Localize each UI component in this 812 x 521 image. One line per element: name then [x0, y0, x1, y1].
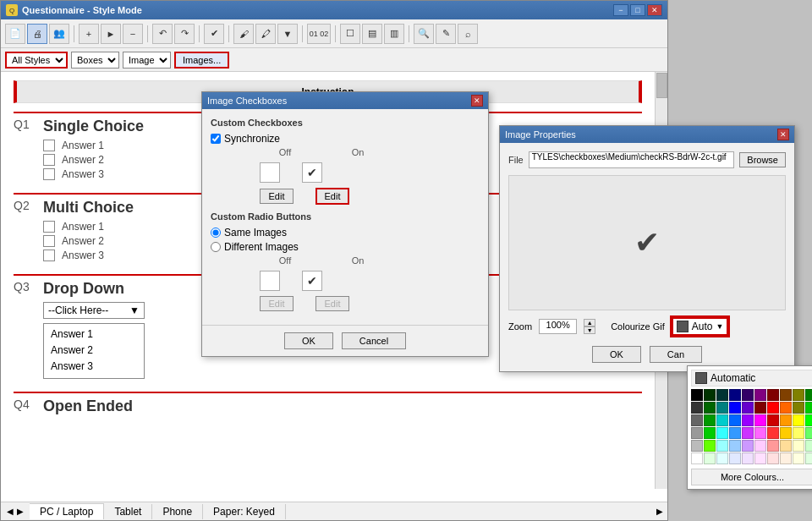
color-cell[interactable] [729, 427, 741, 439]
color-cell[interactable] [691, 389, 703, 401]
color-cell[interactable] [729, 389, 741, 401]
color-cell[interactable] [742, 427, 754, 439]
color-cell[interactable] [754, 452, 766, 464]
checkbox-off-edit-button[interactable]: Edit [260, 189, 294, 204]
zoom-down-button[interactable]: ▼ [584, 326, 595, 334]
color-cell[interactable] [780, 414, 792, 426]
color-cell[interactable] [805, 402, 812, 414]
filter-tool-button[interactable]: ▼ [277, 24, 298, 44]
img-props-ok-button[interactable]: OK [592, 346, 641, 363]
colorize-dropdown[interactable]: Auto ▼ [672, 317, 729, 336]
radio-off-edit-button[interactable]: Edit [260, 296, 294, 311]
color-cell[interactable] [691, 440, 703, 452]
color-cell[interactable] [767, 427, 779, 439]
color-cell[interactable] [805, 440, 812, 452]
color-cell[interactable] [742, 414, 754, 426]
color-cell[interactable] [793, 414, 804, 426]
layout3-tool-button[interactable]: ▥ [384, 24, 404, 44]
color-cell[interactable] [780, 402, 792, 414]
pencil-tool-button[interactable]: ✎ [436, 24, 456, 44]
color-cell[interactable] [716, 402, 728, 414]
tab-phone[interactable]: Phone [152, 504, 203, 519]
tab-pc-laptop[interactable]: PC / Laptop [30, 503, 104, 519]
different-images-radio[interactable] [211, 242, 221, 252]
color-cell[interactable] [729, 452, 741, 464]
q1-answer2-checkbox[interactable] [43, 154, 55, 166]
add-tool-button[interactable]: + [79, 24, 99, 44]
num-tool-button[interactable]: 01 02 [307, 24, 331, 44]
color-cell[interactable] [704, 427, 716, 439]
color-cell[interactable] [716, 440, 728, 452]
new-tool-button[interactable]: 📄 [5, 24, 25, 44]
color-cell[interactable] [729, 414, 741, 426]
color-cell[interactable] [767, 389, 779, 401]
dialog-img-checkboxes-close-button[interactable]: ✕ [471, 95, 483, 107]
zoom-input[interactable]: 100% [539, 319, 577, 334]
color-cell[interactable] [793, 402, 804, 414]
all-styles-select[interactable]: All Styles [5, 52, 68, 69]
zoom-up-button[interactable]: ▲ [584, 319, 595, 326]
close-button[interactable]: ✕ [647, 4, 662, 16]
dialog-img-checkboxes-cancel-button[interactable]: Cancel [342, 332, 406, 349]
color-cell[interactable] [704, 414, 716, 426]
layout2-tool-button[interactable]: ▤ [362, 24, 382, 44]
color-cell[interactable] [767, 414, 779, 426]
color-cell[interactable] [754, 389, 766, 401]
paint-tool-button[interactable]: 🖌 [233, 24, 254, 44]
q1-answer1-checkbox[interactable] [43, 140, 55, 151]
file-path-input[interactable]: TYLES\checkboxes\Medium\checkRS-BdrW-2c-… [529, 151, 735, 168]
color-cell[interactable] [793, 427, 804, 439]
color-cell[interactable] [691, 427, 703, 439]
scroll-right-icon[interactable]: ▶ [655, 507, 667, 516]
browse-button[interactable]: Browse [739, 152, 786, 167]
color-cell[interactable] [754, 402, 766, 414]
color-cell[interactable] [793, 452, 804, 464]
radio-on-edit-button[interactable]: Edit [315, 296, 349, 311]
color-cell[interactable] [716, 427, 728, 439]
color-cell[interactable] [754, 427, 766, 439]
color-cell[interactable] [742, 440, 754, 452]
color-cell[interactable] [754, 440, 766, 452]
color-picker-auto-option[interactable]: Automatic [691, 370, 812, 387]
color-cell[interactable] [793, 389, 804, 401]
dialog-img-props-close-button[interactable]: ✕ [777, 129, 789, 140]
search-tool-button[interactable]: ⌕ [458, 24, 478, 44]
color-cell[interactable] [767, 440, 779, 452]
layout1-tool-button[interactable]: ☐ [340, 24, 360, 44]
undo-tool-button[interactable]: ↶ [152, 24, 173, 44]
color-cell[interactable] [805, 452, 812, 464]
synchronize-checkbox[interactable] [211, 134, 221, 144]
color-cell[interactable] [704, 452, 716, 464]
color-cell[interactable] [793, 440, 804, 452]
restore-button[interactable]: □ [630, 4, 645, 16]
color-cell[interactable] [780, 440, 792, 452]
users-tool-button[interactable]: 👥 [49, 24, 69, 44]
image-select[interactable]: Image [123, 52, 171, 69]
color-cell[interactable] [704, 402, 716, 414]
img-props-cancel-button[interactable]: Can [650, 346, 702, 363]
nav-right-icon[interactable]: ▶ [15, 507, 25, 516]
redo-tool-button[interactable]: ↷ [174, 24, 195, 44]
q1-answer3-checkbox[interactable] [43, 168, 55, 180]
color-cell[interactable] [716, 452, 728, 464]
color-cell[interactable] [780, 389, 792, 401]
dialog-img-checkboxes-ok-button[interactable]: OK [284, 332, 333, 349]
color-cell[interactable] [805, 427, 812, 439]
color-cell[interactable] [729, 402, 741, 414]
color-cell[interactable] [742, 389, 754, 401]
q3-dropdown[interactable]: --Click Here-- ▼ [43, 302, 145, 319]
color-cell[interactable] [691, 414, 703, 426]
color-cell[interactable] [780, 427, 792, 439]
color-cell[interactable] [767, 452, 779, 464]
nav-left-icon[interactable]: ◀ [5, 507, 15, 516]
color-cell[interactable] [754, 414, 766, 426]
images-button[interactable]: Images... [174, 52, 229, 69]
color-cell[interactable] [742, 402, 754, 414]
remove-tool-button[interactable]: − [123, 24, 143, 44]
tab-paper-keyed[interactable]: Paper: Keyed [203, 504, 286, 519]
color-cell[interactable] [691, 452, 703, 464]
color-cell[interactable] [767, 402, 779, 414]
color-cell[interactable] [805, 414, 812, 426]
same-images-radio[interactable] [211, 228, 221, 238]
checkbox-on-edit-button[interactable]: Edit [315, 188, 349, 205]
